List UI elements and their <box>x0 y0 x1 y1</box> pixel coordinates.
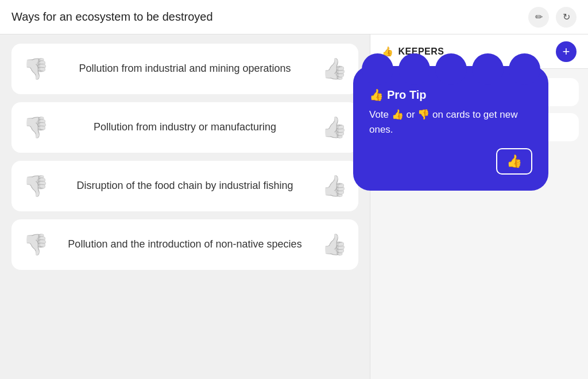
edit-button[interactable]: ✏ <box>528 7 549 28</box>
refresh-icon: ↻ <box>563 11 570 22</box>
pro-tip-title: 👍 Pro Tip <box>369 88 532 102</box>
page-title: Ways for an ecosystem to be destroyed <box>11 10 521 24</box>
thumbs-down-button-4[interactable]: 👍 <box>21 230 51 260</box>
pro-tip-btn-icon: 👍 <box>506 154 522 169</box>
thumbs-up-button-4[interactable]: 👍 <box>319 230 349 260</box>
thumbs-up-icon: 👍 <box>322 57 347 81</box>
card-text-2: Pollution from industry or manufacturing <box>57 120 312 134</box>
main-content: 👍 Pollution from industrial and mining o… <box>0 34 588 379</box>
pro-tip-overlay: 👍 Pro Tip Vote 👍 or 👎 on cards to get ne… <box>353 66 548 191</box>
keepers-panel: 👍 KEEPERS + ...plant life ...ns and <box>370 34 588 379</box>
thumbs-up-icon: 👍 <box>322 233 347 257</box>
thumbs-down-button-2[interactable]: 👍 <box>21 113 51 142</box>
pro-tip-bubble: 👍 Pro Tip Vote 👍 or 👎 on cards to get ne… <box>353 66 548 191</box>
thumbs-down-icon: 👍 <box>23 57 49 81</box>
card-text-3: Disruption of the food chain by industri… <box>57 179 312 193</box>
thumbs-down-icon: 👍 <box>23 233 49 257</box>
thumbs-down-icon: 👍 <box>23 174 49 198</box>
edit-icon: ✏ <box>535 11 543 22</box>
card-item: 👍 Pollution and the introduction of non-… <box>11 219 358 270</box>
thumbs-down-button-1[interactable]: 👍 <box>21 54 51 84</box>
card-item: 👍 Pollution from industry or manufacturi… <box>11 102 358 153</box>
pro-tip-title-icon: 👍 <box>369 88 384 102</box>
card-text-1: Pollution from industrial and mining ope… <box>57 61 312 76</box>
pro-tip-confirm-button[interactable]: 👍 <box>496 148 532 175</box>
card-text-4: Pollution and the introduction of non-na… <box>57 237 312 252</box>
card-item: 👍 Pollution from industrial and mining o… <box>11 44 358 94</box>
pro-tip-text: Vote 👍 or 👎 on cards to get new ones. <box>369 107 532 137</box>
pro-tip-title-text: Pro Tip <box>387 88 427 102</box>
thumbs-up-button-3[interactable]: 👍 <box>319 171 349 201</box>
thumbs-down-icon: 👍 <box>23 115 49 140</box>
refresh-button[interactable]: ↻ <box>556 7 577 28</box>
add-keeper-button[interactable]: + <box>556 41 577 62</box>
cards-panel: 👍 Pollution from industrial and mining o… <box>0 34 370 379</box>
app-header: Ways for an ecosystem to be destroyed ✏ … <box>0 0 588 34</box>
thumbs-up-button-1[interactable]: 👍 <box>319 54 349 84</box>
thumbs-up-icon: 👍 <box>322 174 347 198</box>
add-icon: + <box>563 44 570 59</box>
thumbs-down-button-3[interactable]: 👍 <box>21 171 51 201</box>
card-item: 👍 Disruption of the food chain by indust… <box>11 161 358 211</box>
thumbs-up-icon: 👍 <box>322 115 347 140</box>
thumbs-up-button-2[interactable]: 👍 <box>319 113 349 142</box>
